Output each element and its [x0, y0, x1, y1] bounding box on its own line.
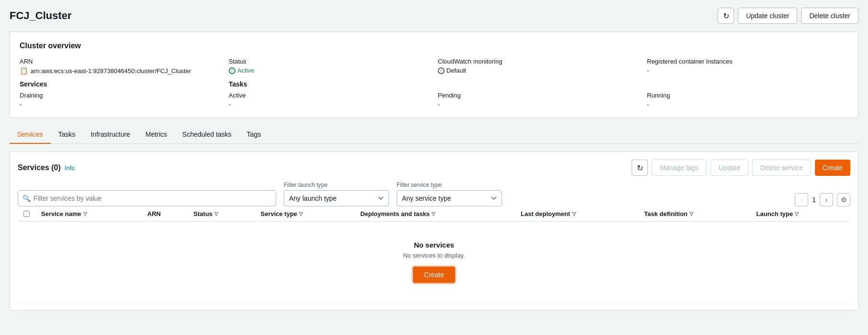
empty-state-row: No services No services to display. Crea… — [18, 222, 850, 303]
cluster-overview-title: Cluster overview — [20, 42, 848, 50]
col-status-label: Status — [193, 210, 212, 217]
services-actions: ↻ Manage tags Update Delete service Crea… — [632, 160, 850, 176]
launch-type-sort-icon[interactable]: ▽ — [795, 211, 799, 216]
running-value: - — [647, 101, 848, 108]
arn-row: 📋 arn:aws:ecs:us-east-1:928738046450:clu… — [20, 67, 221, 75]
service-name-sort-icon[interactable]: ▽ — [83, 211, 87, 216]
pagination-settings-button[interactable]: ⚙ — [837, 193, 850, 206]
services-refresh-button[interactable]: ↻ — [632, 160, 648, 176]
create-service-button[interactable]: Create — [815, 160, 850, 176]
page-container: FCJ_Cluster ↻ Update cluster Delete clus… — [0, 0, 868, 318]
draining-label: Draining — [20, 92, 221, 99]
col-service-type-label: Service type — [260, 210, 297, 217]
col-last-deployment: Last deployment ▽ — [515, 206, 638, 222]
cloudwatch-section: CloudWatch monitoring Default — [438, 58, 639, 75]
empty-state: No services No services to display. Crea… — [23, 226, 845, 298]
cloudwatch-value: Default — [438, 67, 639, 74]
status-active-dot — [229, 67, 235, 74]
tabs-bar: Services Tasks Infrastructure Metrics Sc… — [10, 126, 858, 144]
filter-launch-label: Filter launch type — [284, 182, 389, 188]
spacer1 — [438, 80, 639, 92]
cloudwatch-label: CloudWatch monitoring — [438, 58, 639, 65]
update-button: Update — [711, 160, 748, 176]
pending-section: Pending - — [438, 92, 639, 108]
next-page-button[interactable]: › — [820, 193, 833, 206]
service-type-select[interactable]: Any service type Replica Daemon — [397, 190, 502, 206]
refresh-button[interactable]: ↻ — [718, 8, 734, 24]
table-header-row: Service name ▽ ARN Status ▽ — [18, 206, 850, 222]
search-input[interactable] — [18, 190, 276, 206]
manage-tags-button: Manage tags — [652, 160, 707, 176]
empty-description: No services to display. — [39, 252, 829, 259]
service-type-sort-icon[interactable]: ▽ — [299, 211, 303, 216]
service-type-filter-group: Filter service type Any service type Rep… — [397, 182, 502, 206]
tab-metrics[interactable]: Metrics — [138, 126, 175, 144]
filters-and-pag: 🔍 Filter launch type Any launch type EC2… — [18, 182, 850, 206]
pagination-area: ‹ 1 › ⚙ — [795, 184, 850, 206]
empty-title: No services — [39, 241, 829, 249]
pending-value: - — [438, 101, 639, 108]
pending-label: Pending — [438, 92, 639, 99]
overview-stats-grid: Services Tasks — [20, 80, 848, 92]
cluster-overview-card: Cluster overview ARN 📋 arn:aws:ecs:us-ea… — [10, 32, 858, 118]
update-cluster-button[interactable]: Update cluster — [738, 8, 797, 24]
tab-tags[interactable]: Tags — [239, 126, 269, 144]
col-deployments-tasks: Deployments and tasks ▽ — [355, 206, 515, 222]
draining-section: Draining - — [20, 92, 221, 108]
col-deployments-tasks-label: Deployments and tasks — [360, 210, 430, 217]
delete-cluster-button[interactable]: Delete cluster — [801, 8, 858, 24]
create-empty-button[interactable]: Create — [413, 267, 455, 283]
overview-counts-grid: Draining - Active - Pending - Running - — [20, 92, 848, 108]
col-task-definition: Task definition ▽ — [638, 206, 751, 222]
arn-section: ARN 📋 arn:aws:ecs:us-east-1:928738046450… — [20, 58, 221, 75]
col-launch-type-label: Launch type — [757, 210, 793, 217]
tab-infrastructure[interactable]: Infrastructure — [83, 126, 137, 144]
select-all-checkbox[interactable] — [23, 211, 30, 217]
status-value: Active — [229, 67, 430, 74]
status-sort-icon[interactable]: ▽ — [214, 211, 218, 216]
col-status: Status ▽ — [188, 206, 255, 222]
running-label: Running — [647, 92, 848, 99]
tab-services[interactable]: Services — [10, 126, 51, 144]
filter-service-label: Filter service type — [397, 182, 502, 188]
info-link[interactable]: Info — [65, 164, 75, 172]
last-deployment-sort-icon[interactable]: ▽ — [572, 211, 576, 216]
col-task-definition-label: Task definition — [644, 210, 688, 217]
page-title: FCJ_Cluster — [10, 10, 72, 22]
services-title: Services (0) — [18, 163, 61, 172]
arn-value: arn:aws:ecs:us-east-1:928738046450:clust… — [31, 67, 191, 75]
registered-label: Registered container instances — [647, 58, 848, 65]
launch-type-filter-group: Filter launch type Any launch type EC2 F… — [284, 182, 389, 206]
registered-section: Registered container instances - — [647, 58, 848, 75]
overview-grid: ARN 📋 arn:aws:ecs:us-east-1:928738046450… — [20, 58, 848, 75]
tab-scheduled-tasks[interactable]: Scheduled tasks — [175, 126, 239, 144]
active-count-value: - — [229, 101, 430, 108]
registered-value: - — [647, 67, 848, 74]
page-number: 1 — [812, 196, 816, 204]
col-service-name: Service name ▽ — [35, 206, 142, 222]
services-table: Service name ▽ ARN Status ▽ — [18, 206, 850, 303]
services-refresh-icon: ↻ — [637, 163, 643, 173]
cloudwatch-status-dot — [438, 67, 445, 74]
search-wrap: 🔍 — [18, 190, 276, 206]
spacer2 — [647, 80, 848, 92]
refresh-icon: ↻ — [723, 11, 729, 21]
active-count-label: Active — [229, 92, 430, 99]
services-stat-section: Services — [20, 80, 221, 92]
tasks-stat-label: Tasks — [229, 80, 430, 88]
status-section: Status Active — [229, 58, 430, 75]
launch-type-select[interactable]: Any launch type EC2 Fargate External — [284, 190, 389, 206]
active-count-section: Active - — [229, 92, 430, 108]
deployments-sort-icon[interactable]: ▽ — [432, 211, 435, 216]
services-stat-label: Services — [20, 80, 221, 88]
col-launch-type: Launch type ▽ — [751, 206, 850, 222]
arn-label: ARN — [20, 58, 221, 65]
empty-state-cell: No services No services to display. Crea… — [18, 222, 850, 303]
prev-page-button[interactable]: ‹ — [795, 193, 808, 206]
services-panel-header: Services (0) Info ↻ Manage tags Update D… — [18, 160, 850, 176]
services-title-row: Services (0) Info — [18, 163, 75, 172]
tab-tasks[interactable]: Tasks — [51, 126, 83, 144]
services-panel: Services (0) Info ↻ Manage tags Update D… — [10, 151, 858, 311]
copy-icon[interactable]: 📋 — [20, 67, 28, 75]
task-definition-sort-icon[interactable]: ▽ — [690, 211, 693, 216]
